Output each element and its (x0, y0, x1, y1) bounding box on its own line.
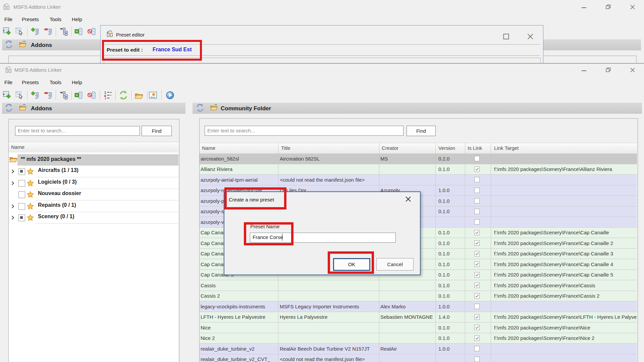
svg-text:i: i (105, 97, 106, 100)
